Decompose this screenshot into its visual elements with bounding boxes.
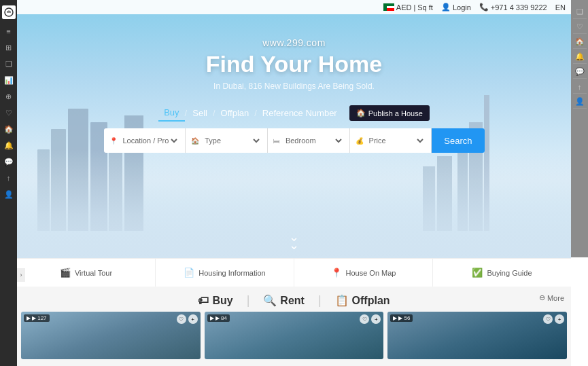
more-icon: ⊖	[539, 293, 545, 302]
rent-label: Rent	[280, 295, 305, 307]
sidebar-icon-3[interactable]: ❑	[3, 58, 15, 70]
publish-label: Publish a House	[368, 109, 423, 117]
map-link[interactable]: 📍 House On Map	[294, 259, 433, 287]
right-sidebar-icon-1[interactable]: ❑	[573, 5, 587, 19]
info-bar: 🎬 Virtual Tour 📄 Housing Information 📍 H…	[17, 258, 571, 287]
buy-label: Buy	[212, 295, 232, 307]
flag-icon	[383, 3, 394, 11]
sidebar-icon-4[interactable]: 📊	[3, 74, 15, 86]
property-card-2[interactable]: ▶ ▶ 84 ♡ +	[205, 312, 384, 359]
property-cards-row: ▶ ▶ 127 ♡ + ▶ ▶ 84 ♡ + ▶	[17, 312, 571, 359]
left-sidebar: ≡ ⊞ ❑ 📊 ⊕ ♡ 🏠 🔔 💬 ↑ 👤	[0, 0, 17, 366]
right-sidebar-icon-6[interactable]: ↑	[573, 80, 587, 94]
price-field[interactable]: 💰 Price	[350, 128, 432, 153]
hero-content: www.299.com Find Your Home In Dubai, 816…	[17, 37, 571, 153]
type-field[interactable]: 🏠 Type	[186, 128, 268, 153]
price-select[interactable]: Price	[366, 136, 426, 145]
sidebar-icon-11[interactable]: 👤	[3, 188, 15, 200]
unit-label: Sq ft	[417, 3, 433, 12]
bedroom-select[interactable]: Bedroom	[283, 136, 344, 145]
language-selector[interactable]: EN	[555, 3, 566, 12]
property-card-1[interactable]: ▶ ▶ 127 ♡ +	[21, 312, 201, 359]
sidebar-icon-9[interactable]: 💬	[3, 155, 15, 168]
more-label: More	[547, 294, 564, 302]
bedroom-field[interactable]: 🛏 Bedroom	[268, 128, 350, 153]
tab-offplan[interactable]: Offplan	[215, 105, 255, 121]
sidebar-icon-8[interactable]: 🔔	[3, 139, 15, 151]
location-select[interactable]: Location / Project	[120, 136, 180, 145]
sidebar-icon-5[interactable]: ⊕	[3, 90, 15, 103]
card-badge-count-2: ▶ 84	[215, 315, 227, 321]
card-actions-3: ♡ +	[543, 314, 564, 324]
sidebar-icon-2[interactable]: ⊞	[3, 41, 15, 54]
card-image-2	[205, 312, 384, 359]
sidebar-icon-1[interactable]: ≡	[3, 25, 15, 37]
currency-region: AED | Sq ft	[383, 3, 433, 12]
card-heart-3[interactable]: ♡	[543, 314, 553, 324]
type-icon: 🏠	[191, 137, 199, 145]
right-sidebar-icon-2[interactable]: ♡	[573, 20, 587, 34]
logo[interactable]	[2, 5, 16, 19]
card-actions-1: ♡ +	[177, 314, 198, 324]
sidebar-icon-10[interactable]: ↑	[3, 172, 15, 184]
map-icon: 📍	[331, 268, 342, 278]
right-sidebar-icon-5[interactable]: 💬	[573, 65, 587, 79]
housing-info-link[interactable]: 📄 Housing Information	[156, 259, 294, 287]
tab-buy-bottom[interactable]: 🏷 Buy	[198, 295, 232, 307]
tab-sell[interactable]: Sell	[187, 105, 213, 121]
phone-info: 📞 +971 4 339 9222	[479, 3, 547, 12]
card-plus-3[interactable]: +	[555, 314, 564, 324]
sidebar-icon-6[interactable]: ♡	[3, 107, 15, 119]
hero-subtitle: In Dubai, 816 New Buildings Are Being So…	[17, 81, 571, 91]
offplan-label: Offplan	[352, 295, 390, 307]
location-icon: 📍	[109, 137, 118, 145]
tab-reference[interactable]: Reference Number	[257, 105, 343, 121]
lang-label: EN	[555, 3, 566, 12]
bedroom-icon: 🛏	[273, 137, 280, 145]
login-label: Login	[453, 3, 471, 12]
card-badge-count-3: ▶ 56	[398, 315, 410, 321]
tab-rent-bottom[interactable]: 🔍 Rent	[263, 294, 305, 307]
property-card-3[interactable]: ▶ ▶ 56 ♡ +	[387, 312, 567, 359]
card-heart-1[interactable]: ♡	[177, 314, 186, 324]
currency-label: AED	[396, 3, 412, 12]
topbar: AED | Sq ft 👤 Login 📞 +971 4 339 9222 EN	[17, 0, 571, 14]
buying-guide-link[interactable]: ✅ Buying Guide	[433, 259, 571, 287]
video-icon-2: ▶	[210, 315, 214, 321]
right-sidebar-icon-4[interactable]: 🔔	[573, 50, 587, 64]
type-select[interactable]: Type	[202, 136, 262, 145]
search-bar: 📍 Location / Project 🏠 Type 🛏 Bedroom	[104, 128, 485, 153]
location-field[interactable]: 📍 Location / Project	[104, 128, 186, 153]
hero-url: www.299.com	[17, 37, 571, 48]
tab-buy[interactable]: Buy	[158, 105, 184, 122]
hero-section: www.299.com Find Your Home In Dubai, 816…	[17, 0, 571, 258]
more-link[interactable]: ⊖ More	[539, 293, 564, 302]
tab-offplan-bottom[interactable]: 📋 Offplan	[335, 294, 390, 307]
separator-1: |	[413, 3, 415, 12]
buying-guide-icon: ✅	[472, 268, 483, 278]
property-type-tabs: 🏷 Buy | 🔍 Rent | 📋 Offplan	[17, 287, 571, 312]
collapse-arrow[interactable]: ›	[17, 268, 25, 282]
card-heart-2[interactable]: ♡	[360, 314, 369, 324]
offplan-icon: 📋	[335, 294, 349, 307]
buy-icon: 🏷	[198, 295, 209, 307]
virtual-tour-link[interactable]: 🎬 Virtual Tour	[17, 259, 156, 287]
price-icon: 💰	[356, 137, 364, 145]
buying-guide-label: Buying Guide	[487, 269, 532, 277]
login-button[interactable]: 👤 Login	[441, 3, 471, 12]
phone-icon: 📞	[479, 3, 489, 12]
card-plus-2[interactable]: +	[371, 314, 381, 324]
right-sidebar-icon-3[interactable]: 🏠	[573, 35, 587, 49]
housing-info-label: Housing Information	[198, 269, 265, 277]
card-plus-1[interactable]: +	[188, 314, 198, 324]
card-badge-1: ▶ ▶ 127	[24, 314, 50, 322]
card-image-3	[387, 312, 567, 359]
sidebar-icon-7[interactable]: 🏠	[3, 123, 15, 135]
card-badge-2: ▶ ▶ 84	[207, 314, 230, 322]
virtual-tour-icon: 🎬	[60, 268, 71, 278]
right-sidebar-icon-7[interactable]: 👤	[573, 95, 587, 109]
scroll-down-chevron[interactable]: ⌄ ⌄	[289, 233, 299, 250]
publish-button[interactable]: 🏠 Publish a House	[349, 105, 430, 121]
user-icon: 👤	[441, 3, 451, 12]
search-button[interactable]: Search	[432, 128, 484, 153]
